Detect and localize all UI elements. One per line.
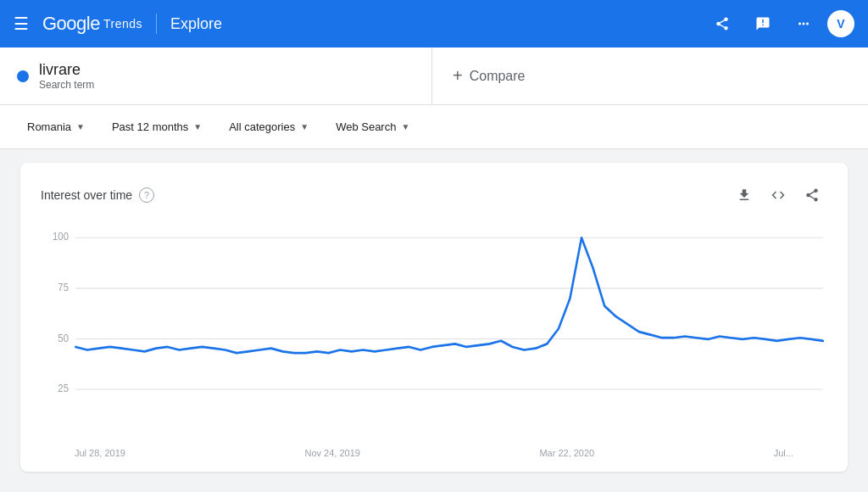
apps-button[interactable]	[787, 7, 821, 41]
time-range-filter[interactable]: Past 12 months ▼	[102, 115, 212, 138]
term-type: Search term	[39, 79, 94, 91]
time-range-arrow-icon: ▼	[193, 122, 202, 131]
download-button[interactable]	[729, 180, 760, 210]
google-trends-logo: Google Trends	[42, 13, 142, 35]
region-filter[interactable]: Romania ▼	[17, 115, 95, 138]
header-divider	[156, 14, 157, 34]
embed-button[interactable]	[763, 180, 793, 210]
term-info: livrare Search term	[39, 61, 94, 91]
share-chart-button[interactable]	[797, 180, 827, 210]
category-arrow-icon: ▼	[300, 122, 309, 131]
header-actions: V	[705, 7, 854, 41]
chart-container: 100 75 50 25	[41, 224, 827, 444]
svg-text:75: 75	[58, 282, 69, 293]
app-header: ☰ Google Trends Explore V	[0, 0, 868, 48]
main-content: Interest over time ? 100 75 5	[0, 149, 868, 485]
x-label-3: Mar 22, 2020	[539, 448, 594, 458]
svg-text:50: 50	[58, 332, 69, 343]
google-logo-text: Google	[42, 13, 100, 35]
plus-icon: +	[453, 66, 463, 86]
explore-label: Explore	[170, 15, 222, 33]
compare-box[interactable]: + Compare	[432, 48, 868, 104]
search-area: livrare Search term + Compare	[0, 48, 868, 105]
chart-header: Interest over time ?	[41, 180, 827, 210]
share-button[interactable]	[705, 7, 739, 41]
x-axis-labels: Jul 28, 2019 Nov 24, 2019 Mar 22, 2020 J…	[41, 444, 827, 458]
x-label-4: Jul...	[774, 448, 793, 458]
term-name: livrare	[39, 61, 94, 79]
feedback-button[interactable]	[746, 7, 780, 41]
filters-row: Romania ▼ Past 12 months ▼ All categorie…	[0, 105, 868, 149]
search-row: livrare Search term + Compare	[0, 48, 868, 104]
search-type-arrow-icon: ▼	[401, 122, 409, 131]
x-label-2: Nov 24, 2019	[304, 448, 359, 458]
compare-label: Compare	[470, 69, 526, 84]
search-type-label: Web Search	[336, 120, 396, 133]
search-type-filter[interactable]: Web Search ▼	[326, 115, 420, 138]
chart-title-row: Interest over time ?	[41, 187, 154, 203]
search-term-box: livrare Search term	[0, 48, 432, 104]
x-label-1: Jul 28, 2019	[75, 448, 125, 458]
help-icon[interactable]: ?	[139, 187, 154, 203]
term-indicator-dot	[17, 70, 29, 82]
header-left: ☰ Google Trends Explore	[14, 13, 692, 35]
region-arrow-icon: ▼	[76, 122, 85, 131]
category-label: All categories	[229, 120, 295, 133]
avatar[interactable]: V	[827, 10, 854, 37]
region-label: Romania	[27, 120, 71, 133]
time-range-label: Past 12 months	[112, 120, 188, 133]
svg-text:25: 25	[58, 383, 69, 394]
category-filter[interactable]: All categories ▼	[219, 115, 319, 138]
svg-text:100: 100	[53, 231, 69, 242]
trends-logo-text: Trends	[103, 17, 142, 31]
chart-title: Interest over time	[41, 188, 132, 202]
chart-actions	[729, 180, 827, 210]
trend-chart-svg: 100 75 50 25	[41, 224, 827, 444]
interest-over-time-card: Interest over time ? 100 75 5	[20, 163, 848, 472]
hamburger-icon[interactable]: ☰	[14, 14, 29, 34]
